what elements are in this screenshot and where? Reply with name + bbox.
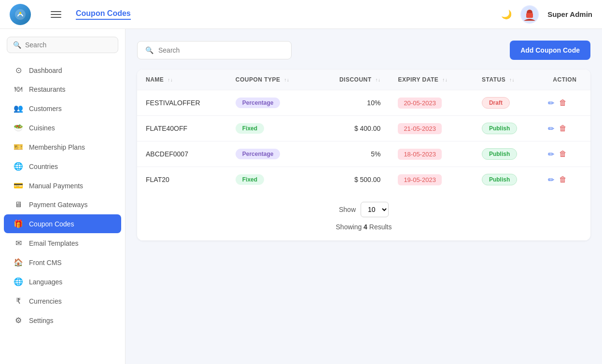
table-footer: Show 10 25 50 Showing 4 Results (137, 192, 590, 240)
sidebar-item-payment-gateways[interactable]: 🖥 Payment Gateways (4, 196, 121, 214)
col-expiry-date: EXPIRY DATE ↑↓ (389, 70, 473, 90)
cell-type-1: Fixed (227, 116, 316, 141)
edit-button-1[interactable]: ✏ (548, 124, 554, 133)
sidebar-item-cuisines[interactable]: 🥗 Cuisines (4, 118, 121, 137)
cell-discount-1: $ 400.00 (316, 116, 389, 141)
page-size-select[interactable]: 10 25 50 (361, 202, 389, 217)
avatar (520, 5, 539, 24)
sidebar: 🔍 ⊙ Dashboard🍽 Restaurants👥 Customers🥗 C… (0, 29, 126, 364)
show-row: Show 10 25 50 (339, 202, 389, 217)
sidebar-label-restaurants: Restaurants (29, 85, 65, 93)
sidebar-label-email-templates: Email Templates (29, 239, 78, 247)
cell-action-1: ✏ 🗑 (539, 116, 590, 141)
coupon-table-container: NAME ↑↓ COUPON TYPE ↑↓ DISCOUNT ↑↓ EXPIR… (137, 70, 590, 240)
sidebar-label-payment-gateways: Payment Gateways (29, 201, 87, 209)
logo-icon (10, 4, 31, 25)
email-templates-icon: ✉ (14, 238, 23, 248)
hamburger-button[interactable] (51, 9, 61, 20)
sidebar-item-currencies[interactable]: ₹ Currencies (4, 292, 121, 310)
delete-button-3[interactable]: 🗑 (559, 175, 567, 184)
cell-action-2: ✏ 🗑 (539, 141, 590, 167)
col-status: STATUS ↑↓ (473, 70, 539, 90)
languages-icon: 🌐 (14, 277, 23, 286)
sidebar-item-settings[interactable]: ⚙ Settings (4, 311, 121, 330)
payment-gateways-icon: 🖥 (14, 200, 23, 209)
sidebar-label-languages: Languages (29, 278, 62, 286)
cell-name-0: FESTIVALOFFER (137, 90, 227, 116)
edit-button-0[interactable]: ✏ (548, 98, 554, 108)
front-cms-icon: 🏠 (14, 258, 23, 267)
sidebar-search-icon: 🔍 (13, 41, 21, 49)
col-action: ACTION (539, 70, 590, 90)
cell-type-0: Percentage (227, 90, 316, 116)
sidebar-label-manual-payments: Manual Payments (29, 182, 83, 190)
main-search-input[interactable] (158, 46, 283, 54)
delete-button-2[interactable]: 🗑 (559, 150, 567, 158)
customers-icon: 👥 (14, 104, 23, 113)
sidebar-item-email-templates[interactable]: ✉ Email Templates (4, 234, 121, 252)
sidebar-item-membership-plans[interactable]: 🎫 Membership Plans (4, 138, 121, 156)
cell-status-2: Publish (473, 141, 539, 167)
countries-icon: 🌐 (14, 162, 23, 171)
sidebar-search-container: 🔍 (7, 37, 118, 53)
cell-discount-3: $ 500.00 (316, 167, 389, 193)
cell-type-3: Fixed (227, 167, 316, 193)
col-name: NAME ↑↓ (137, 70, 227, 90)
sidebar-label-currencies: Currencies (29, 297, 62, 305)
sidebar-item-dashboard[interactable]: ⊙ Dashboard (4, 61, 121, 80)
settings-icon: ⚙ (14, 316, 23, 325)
cell-expiry-1: 21-05-2023 (389, 116, 473, 141)
sidebar-item-languages[interactable]: 🌐 Languages (4, 272, 121, 291)
sidebar-nav: ⊙ Dashboard🍽 Restaurants👥 Customers🥗 Cui… (0, 61, 125, 330)
logo (10, 4, 36, 25)
currencies-icon: ₹ (14, 296, 23, 306)
topbar-right: 🌙 Super Admin (501, 5, 592, 24)
name-sort-icon[interactable]: ↑↓ (168, 77, 173, 83)
add-coupon-button[interactable]: Add Coupon Code (510, 41, 590, 60)
toolbar: 🔍 Add Coupon Code (137, 41, 590, 60)
cell-expiry-2: 18-05-2023 (389, 141, 473, 167)
manual-payments-icon: 💳 (14, 181, 23, 190)
table-row: FLATE40OFF Fixed $ 400.00 21-05-2023 Pub… (137, 116, 590, 141)
cell-status-1: Publish (473, 116, 539, 141)
cell-status-0: Draft (473, 90, 539, 116)
sidebar-label-front-cms: Front CMS (29, 259, 62, 266)
status-sort-icon[interactable]: ↑↓ (509, 77, 515, 83)
edit-button-3[interactable]: ✏ (548, 175, 554, 184)
sidebar-label-dashboard: Dashboard (29, 67, 62, 74)
page-title: Coupon Codes (76, 9, 131, 20)
results-count: 4 (364, 223, 367, 231)
cell-action-0: ✏ 🗑 (539, 90, 590, 116)
cell-type-2: Percentage (227, 141, 316, 167)
main-content: 🔍 Add Coupon Code NAME ↑↓ COUPON TYPE ↑↓… (126, 29, 602, 364)
restaurants-icon: 🍽 (14, 85, 23, 94)
sidebar-item-countries[interactable]: 🌐 Countries (4, 157, 121, 176)
discount-sort-icon[interactable]: ↑↓ (375, 77, 380, 83)
delete-button-0[interactable]: 🗑 (559, 98, 567, 107)
results-text: Showing 4 Results (336, 223, 392, 231)
table-header: NAME ↑↓ COUPON TYPE ↑↓ DISCOUNT ↑↓ EXPIR… (137, 70, 590, 90)
sidebar-item-coupon-codes[interactable]: 🎁 Coupon Codes (4, 214, 121, 233)
sidebar-item-front-cms[interactable]: 🏠 Front CMS (4, 253, 121, 272)
cell-name-3: FLAT20 (137, 167, 227, 193)
dark-mode-toggle[interactable]: 🌙 (501, 9, 512, 20)
table-row: FESTIVALOFFER Percentage 10% 20-05-2023 … (137, 90, 590, 116)
cuisines-icon: 🥗 (14, 123, 23, 132)
edit-button-2[interactable]: ✏ (548, 150, 554, 159)
table-row: ABCDEF0007 Percentage 5% 18-05-2023 Publ… (137, 141, 590, 167)
sidebar-item-manual-payments[interactable]: 💳 Manual Payments (4, 176, 121, 195)
table-body: FESTIVALOFFER Percentage 10% 20-05-2023 … (137, 90, 590, 193)
delete-button-1[interactable]: 🗑 (559, 124, 567, 133)
sidebar-search-input[interactable] (25, 41, 112, 49)
dashboard-icon: ⊙ (14, 66, 23, 75)
coupon-type-sort-icon[interactable]: ↑↓ (284, 77, 289, 83)
svg-point-1 (19, 12, 21, 14)
sidebar-item-customers[interactable]: 👥 Customers (4, 99, 121, 118)
sidebar-label-coupon-codes: Coupon Codes (29, 220, 74, 228)
sidebar-label-countries: Countries (29, 163, 58, 170)
sidebar-item-restaurants[interactable]: 🍽 Restaurants (4, 80, 121, 98)
cell-discount-2: 5% (316, 141, 389, 167)
expiry-sort-icon[interactable]: ↑↓ (442, 77, 448, 83)
cell-name-2: ABCDEF0007 (137, 141, 227, 167)
results-suffix: Results (369, 223, 392, 231)
